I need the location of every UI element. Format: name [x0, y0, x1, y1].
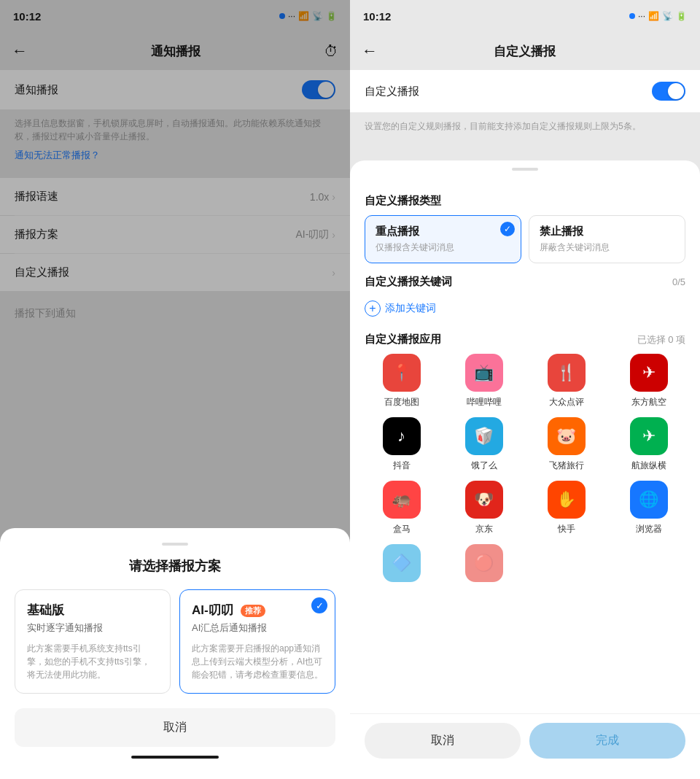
app-bilibili[interactable]: 📺 哔哩哔哩 [447, 354, 521, 408]
block-card-desc: 屏蔽含关键词消息 [540, 241, 674, 254]
right-signal-icon: 📶 [648, 11, 659, 21]
right-status-bar: 10:12 ··· 📶 📡 🔋 [350, 0, 700, 32]
app-partial-2: 🔴 [447, 544, 521, 582]
right-dot-icon [629, 13, 635, 19]
fliggy-icon: 🐷 [548, 417, 586, 455]
type-section-title: 自定义播报类型 [365, 194, 685, 208]
custom-broadcast-row: 自定义播报 [350, 70, 700, 112]
left-panel: 10:12 ··· 📶 📡 🔋 ← 通知播报 ⏱ 通知播报 选择且信息数据窗，手… [0, 0, 350, 779]
baidu-map-icon: 📍 [383, 354, 421, 392]
app-trip[interactable]: ✈ 航旅纵横 [612, 417, 685, 472]
browser-icon: 🌐 [630, 481, 668, 519]
type-block-card[interactable]: 禁止播报 屏蔽含关键词消息 [529, 215, 685, 263]
right-bottom-bar: 取消 完成 [350, 713, 700, 779]
ai-plan-desc: 此方案需要开启播报的app通知消息上传到云端大模型分析，AI也可能会犯错，请考虑… [192, 642, 323, 681]
keyword-section-title: 自定义播报关键词 [365, 275, 452, 289]
highlight-card-title: 重点播报 [376, 225, 510, 239]
jd-label: 京东 [475, 523, 493, 535]
basic-plan-card[interactable]: 基础版 实时逐字通知播报 此方案需要手机系统支持tts引擎，如您的手机不支持tt… [15, 589, 171, 694]
right-sheet-handle [512, 168, 538, 171]
ai-plan-badge: 推荐 [241, 605, 265, 617]
air-china-label: 东方航空 [631, 396, 666, 408]
left-cancel-button[interactable]: 取消 [15, 708, 335, 747]
browser-label: 浏览器 [636, 523, 662, 535]
right-panel: 10:12 ··· 📶 📡 🔋 ← 自定义播报 自定义播报 设置您的自定义规则播… [350, 0, 700, 779]
ai-plan-subtitle: AI汇总后通知播报 [192, 621, 323, 635]
right-sheet-handle-wrap [350, 160, 700, 182]
custom-broadcast-bg-label: 自定义播报 [365, 85, 419, 98]
basic-plan-subtitle: 实时逐字通知播报 [27, 621, 158, 635]
tiktok-label: 抖音 [393, 460, 411, 472]
app-jd[interactable]: 🐶 京东 [447, 481, 521, 535]
app-fliggy[interactable]: 🐷 飞猪旅行 [529, 417, 603, 472]
right-bg-settings: 自定义播报 设置您的自定义规则播报，目前能支持添加自定义播报规则上限为5条。 [350, 70, 700, 136]
right-nav-bar: ← 自定义播报 [350, 32, 700, 70]
right-ellipsis-icon: ··· [638, 11, 645, 21]
ai-plan-card[interactable]: ✓ AI-叨叨 推荐 AI汇总后通知播报 此方案需要开启播报的app通知消息上传… [179, 589, 335, 694]
app-section-title: 自定义播报应用 [365, 333, 441, 346]
app-grid: 📍 百度地图 📺 哔哩哔哩 🍴 大众点评 ✈ 东方航空 ♪ [365, 354, 685, 535]
right-nav-title: 自定义播报 [494, 43, 556, 60]
highlight-check-icon: ✓ [500, 222, 515, 236]
app-tiktok[interactable]: ♪ 抖音 [365, 417, 438, 472]
right-battery-icon: 🔋 [676, 11, 687, 21]
hema-icon: 🦛 [383, 481, 421, 519]
app-section-header: 自定义播报应用 已选择 0 项 [365, 333, 685, 346]
plan-cards: 基础版 实时逐字通知播报 此方案需要手机系统支持tts引擎，如您的手机不支持tt… [15, 589, 335, 694]
add-keyword-icon: + [365, 301, 381, 317]
left-sheet-title: 请选择播报方案 [15, 557, 335, 575]
right-wifi-icon: 📡 [662, 11, 673, 21]
jd-icon: 🐶 [465, 481, 503, 519]
bilibili-icon: 📺 [465, 354, 503, 392]
highlight-card-desc: 仅播报含关键词消息 [376, 241, 510, 254]
app-hema[interactable]: 🦛 盒马 [365, 481, 438, 535]
keyword-section-header: 自定义播报关键词 0/5 [365, 275, 685, 289]
left-bottom-sheet: 请选择播报方案 基础版 实时逐字通知播报 此方案需要手机系统支持tts引擎，如您… [0, 528, 350, 779]
ai-plan-title: AI-叨叨 推荐 [192, 602, 323, 619]
basic-plan-desc: 此方案需要手机系统支持tts引擎，如您的手机不支持tts引擎，将无法使用此功能。 [27, 642, 158, 681]
kuaishou-label: 快手 [558, 523, 575, 535]
ai-plan-check-icon: ✓ [311, 597, 327, 613]
kuaishou-icon: ✋ [548, 481, 586, 519]
right-status-icons: ··· 📶 📡 🔋 [629, 11, 687, 21]
left-home-indicator [131, 756, 219, 759]
app-kuaishou[interactable]: ✋ 快手 [529, 481, 603, 535]
left-sheet-handle [162, 543, 188, 546]
add-keyword-button[interactable]: + 添加关键词 [365, 296, 685, 321]
tiktok-icon: ♪ [383, 417, 421, 455]
partial-icon-2: 🔴 [465, 544, 503, 582]
hema-label: 盒马 [393, 523, 411, 535]
app-baidu-map[interactable]: 📍 百度地图 [365, 354, 438, 408]
eleme-icon: 🥡 [465, 417, 503, 455]
type-highlight-card[interactable]: ✓ 重点播报 仅播报含关键词消息 [365, 215, 521, 263]
right-desc: 设置您的自定义规则播报，目前能支持添加自定义播报规则上限为5条。 [350, 112, 700, 136]
bilibili-label: 哔哩哔哩 [467, 396, 502, 408]
air-china-icon: ✈ [630, 354, 668, 392]
trip-label: 航旅纵横 [631, 460, 666, 472]
keyword-count: 0/5 [672, 276, 685, 287]
app-dianping[interactable]: 🍴 大众点评 [529, 354, 603, 408]
right-cancel-button[interactable]: 取消 [365, 723, 521, 759]
partial-icon-1: 🔷 [383, 544, 421, 582]
right-back-button[interactable]: ← [362, 42, 378, 61]
dianping-icon: 🍴 [548, 354, 586, 392]
right-bottom-sheet: 自定义播报类型 ✓ 重点播报 仅播报含关键词消息 禁止播报 屏蔽含关键词消息 自… [350, 160, 700, 779]
app-partial-1: 🔷 [365, 544, 438, 582]
app-count: 已选择 0 项 [637, 333, 685, 346]
block-card-title: 禁止播报 [540, 225, 674, 239]
add-keyword-label: 添加关键词 [385, 302, 436, 315]
eleme-label: 饿了么 [471, 460, 497, 472]
right-sheet-content: 自定义播报类型 ✓ 重点播报 仅播报含关键词消息 禁止播报 屏蔽含关键词消息 自… [350, 182, 700, 761]
dianping-label: 大众点评 [549, 396, 584, 408]
app-browser[interactable]: 🌐 浏览器 [612, 481, 685, 535]
left-sheet-overlay: 请选择播报方案 基础版 实时逐字通知播报 此方案需要手机系统支持tts引擎，如您… [0, 0, 350, 779]
right-confirm-button[interactable]: 完成 [529, 723, 685, 759]
app-grid-partial: 🔷 🔴 [365, 544, 685, 582]
app-eleme[interactable]: 🥡 饿了么 [447, 417, 521, 472]
app-air-china[interactable]: ✈ 东方航空 [612, 354, 685, 408]
basic-plan-title: 基础版 [27, 602, 158, 619]
right-status-time: 10:12 [363, 10, 391, 23]
custom-broadcast-toggle[interactable] [652, 82, 685, 101]
fliggy-label: 飞猪旅行 [549, 460, 584, 472]
trip-icon: ✈ [630, 417, 668, 455]
